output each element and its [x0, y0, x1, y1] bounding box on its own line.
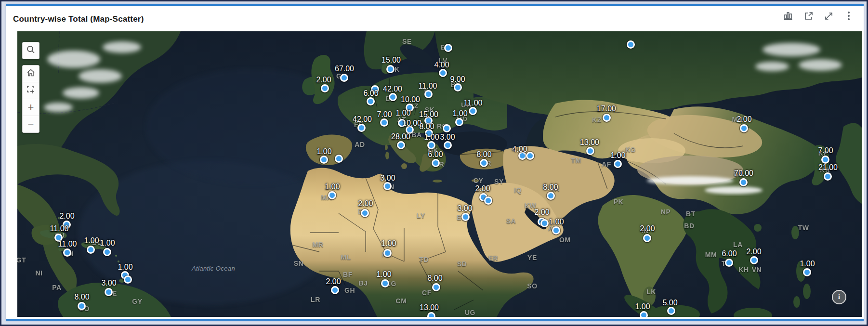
- map-marker-ve[interactable]: [105, 288, 113, 296]
- map-marker-sg[interactable]: [640, 311, 648, 317]
- map-marker-hu[interactable]: [424, 117, 433, 125]
- plus-icon: +: [28, 101, 34, 114]
- map-marker-ch[interactable]: [380, 118, 388, 127]
- widget-title: Country-wise Total (Map-Scatter): [13, 14, 144, 24]
- map-marker-cn[interactable]: [739, 178, 748, 186]
- map-marker-az[interactable]: [526, 152, 534, 160]
- map-marker-jo[interactable]: [484, 196, 492, 205]
- map-marker-nl[interactable]: [371, 85, 379, 93]
- map-marker-th[interactable]: [725, 259, 733, 267]
- map-marker-pr[interactable]: [103, 248, 111, 256]
- map-marker-mn[interactable]: [740, 124, 748, 132]
- map-marker-at[interactable]: [398, 119, 406, 127]
- map-marker-de[interactable]: [389, 93, 397, 101]
- map-marker-ru[interactable]: [627, 40, 635, 49]
- map-marker-qa[interactable]: [540, 219, 549, 227]
- search-icon: [26, 45, 36, 56]
- map-marker-kz[interactable]: [603, 114, 611, 122]
- map-marker-co[interactable]: [78, 302, 86, 310]
- map-marker-ng[interactable]: [381, 279, 389, 287]
- map-marker-bg[interactable]: [444, 141, 452, 149]
- chart-type-icon[interactable]: [782, 10, 794, 22]
- map-marker-ma[interactable]: [328, 191, 336, 199]
- map-marker-ir[interactable]: [547, 192, 555, 200]
- map-marker-mk[interactable]: [427, 141, 435, 149]
- map-marker-et[interactable]: [432, 283, 440, 291]
- map-marker-be[interactable]: [367, 97, 375, 105]
- map-marker-jm[interactable]: [63, 248, 71, 257]
- map-marker-it[interactable]: [397, 141, 405, 149]
- map-marker-ie[interactable]: [321, 84, 329, 92]
- minus-icon: −: [28, 118, 34, 130]
- map-marker-ae[interactable]: [552, 226, 560, 235]
- search-button[interactable]: [23, 42, 39, 59]
- zoom-out-button[interactable]: −: [23, 116, 39, 132]
- open-in-new-icon[interactable]: [802, 10, 815, 22]
- map-marker-lt[interactable]: [439, 69, 447, 77]
- map-marker-ge[interactable]: [518, 152, 526, 160]
- map-marker-eg[interactable]: [461, 213, 470, 221]
- map-marker-fr[interactable]: [357, 124, 366, 132]
- map-marker-cz[interactable]: [406, 104, 414, 112]
- map-marker-gr[interactable]: [432, 159, 440, 167]
- map-marker-ke[interactable]: [427, 312, 435, 317]
- kebab-menu-icon[interactable]: [842, 10, 855, 22]
- map-marker-rs[interactable]: [425, 129, 433, 137]
- card-bottom-accent: [6, 319, 864, 321]
- map-marker-my[interactable]: [667, 307, 675, 315]
- widget-header: Country-wise Total (Map-Scatter): [6, 6, 864, 30]
- map-marker-cu[interactable]: [54, 234, 63, 242]
- home-button[interactable]: [23, 65, 39, 82]
- map-marker-pt[interactable]: [320, 156, 328, 164]
- map-marker-es[interactable]: [335, 155, 343, 163]
- zoom-in-button[interactable]: +: [23, 99, 39, 116]
- home-icon: [26, 68, 36, 79]
- map-marker-tn[interactable]: [383, 182, 392, 190]
- expand-icon[interactable]: [822, 10, 835, 22]
- map-marker-ua[interactable]: [469, 107, 477, 115]
- widget-card: Country-wise Total (Map-Scatter): [6, 4, 864, 321]
- map-search-control: [22, 42, 39, 59]
- map-marker-ne[interactable]: [383, 249, 392, 257]
- map-marker-ph[interactable]: [803, 268, 811, 276]
- map-marker-dk[interactable]: [386, 65, 395, 73]
- map-marker-gb[interactable]: [340, 74, 348, 82]
- map-marker-pl[interactable]: [424, 90, 433, 98]
- map-info-button[interactable]: i: [832, 290, 846, 304]
- map-marker-in[interactable]: [643, 234, 651, 242]
- map-marker-md[interactable]: [455, 118, 463, 126]
- box-zoom-button[interactable]: [23, 82, 39, 99]
- map-marker-kp[interactable]: [821, 156, 829, 164]
- map-marker-tr[interactable]: [480, 159, 488, 167]
- map-marker-do[interactable]: [87, 246, 95, 254]
- map-marker-ro[interactable]: [443, 124, 451, 132]
- map-marker-bs[interactable]: [63, 221, 71, 229]
- box-zoom-icon: [26, 85, 36, 96]
- map-marker-tt[interactable]: [124, 275, 132, 284]
- map-marker-ci[interactable]: [331, 286, 339, 294]
- map-nav-controls: + −: [22, 65, 39, 133]
- map-marker-uz[interactable]: [586, 147, 594, 155]
- widget-toolbar: [782, 10, 855, 22]
- world-map[interactable]: SEEELVPLGBDKDECZSKATFRADBAROMKGRTRCYSYIQ…: [17, 31, 862, 317]
- map-marker-tj[interactable]: [614, 160, 622, 168]
- map-marker-hr[interactable]: [406, 126, 414, 134]
- map-marker-kr[interactable]: [824, 172, 832, 181]
- map-marker-vn[interactable]: [750, 256, 758, 264]
- info-icon: i: [838, 293, 840, 301]
- map-marker-dz[interactable]: [361, 209, 369, 217]
- map-marker-ee[interactable]: [444, 44, 452, 52]
- app-window: Country-wise Total (Map-Scatter): [0, 0, 868, 326]
- map-marker-by[interactable]: [454, 83, 462, 91]
